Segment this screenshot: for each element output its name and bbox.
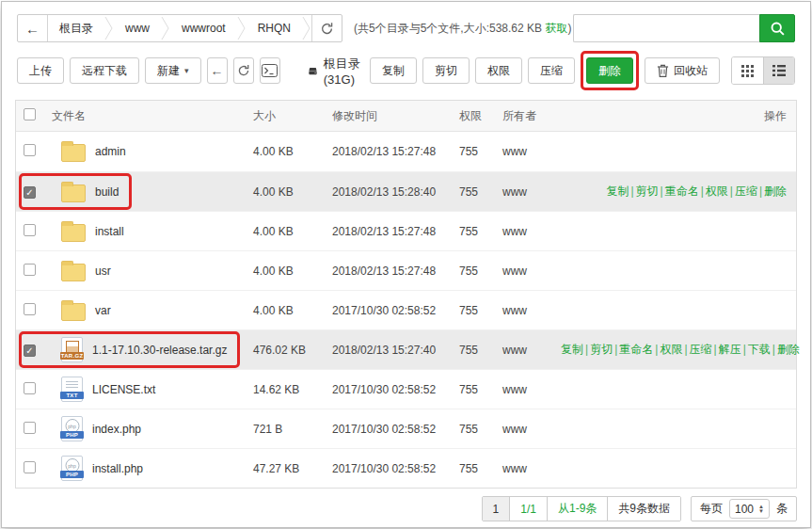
back-arrow-icon[interactable]: ← (18, 15, 48, 41)
row-checkbox[interactable] (24, 224, 36, 236)
file-owner: www (502, 185, 561, 199)
file-mtime: 2017/10/30 02:58:52 (332, 304, 459, 317)
file-name-link[interactable]: index.php (92, 423, 141, 436)
row-action-link[interactable]: 权限 (660, 343, 682, 356)
folder-icon (61, 184, 86, 202)
row-checkbox[interactable] (24, 461, 36, 473)
copy-button[interactable]: 复制 (370, 57, 417, 84)
row-action-link[interactable]: 权限 (706, 184, 728, 198)
back-button[interactable]: ← (207, 57, 228, 84)
chevron-right-icon (237, 16, 247, 40)
permissions-button[interactable]: 权限 (475, 57, 522, 84)
file-owner: www (502, 264, 561, 278)
file-name-link[interactable]: var (95, 304, 111, 317)
row-checkbox[interactable]: ✓ (24, 186, 36, 199)
file-mtime: 2017/10/30 02:58:52 (332, 423, 459, 436)
breadcrumb-rhqn[interactable]: RHQN (247, 22, 302, 35)
chevron-right-icon (104, 16, 114, 40)
file-name-link[interactable]: build (95, 185, 119, 199)
file-size: 4.00 KB (253, 304, 332, 317)
upload-button[interactable]: 上传 (17, 57, 64, 84)
row-action-link[interactable]: 解压 (719, 343, 741, 356)
row-action-link[interactable]: 压缩 (735, 184, 757, 198)
file-size: 47.27 KB (253, 462, 332, 475)
file-size: 4.00 KB (253, 185, 332, 199)
column-owner: 所有者 (502, 108, 561, 124)
page-range-indicator: 从1-9条 (547, 497, 607, 521)
terminal-button[interactable] (260, 57, 280, 84)
file-mtime: 2017/10/30 02:58:52 (332, 462, 459, 475)
row-checkbox[interactable]: ✓ (24, 345, 36, 357)
grid-view-button[interactable] (732, 57, 763, 84)
column-filename: 文件名 (50, 108, 253, 124)
row-action-link[interactable]: 压缩 (690, 343, 712, 356)
per-page-select[interactable]: 100 ▲▼ (729, 499, 770, 519)
trash-icon (657, 64, 669, 77)
directory-stats: (共5个目录与5个文件,大小:538.62 KB 获取) (354, 21, 571, 37)
pagination: 1 1/1 从1-9条 共9条数据 每页 100 ▲▼ 条 (2, 496, 797, 521)
file-name-link[interactable]: 1.1-17.10.30-release.tar.gz (92, 344, 227, 357)
file-perm: 755 (459, 344, 502, 357)
row-checkbox[interactable] (24, 303, 36, 315)
row-checkbox[interactable] (24, 422, 36, 434)
file-perm: 755 (459, 225, 502, 238)
file-name-link[interactable]: usr (95, 264, 111, 278)
row-action-link[interactable]: 复制 (561, 343, 583, 356)
chevron-right-icon (302, 16, 311, 40)
table-row: LICENSE.txt14.62 KB2017/10/30 02:58:5275… (16, 369, 796, 409)
targz-file-icon (61, 337, 83, 362)
search-box (573, 14, 795, 42)
column-size: 大小 (253, 108, 332, 124)
column-actions: 操作 (561, 108, 796, 124)
file-name-link[interactable]: install.php (92, 462, 143, 475)
cut-button[interactable]: 剪切 (422, 57, 470, 84)
view-toggle (731, 56, 795, 85)
row-action-link[interactable]: 剪切 (636, 184, 659, 198)
row-action-link[interactable]: 删除 (777, 343, 800, 356)
table-header: 文件名 大小 修改时间 权限 所有者 操作 (16, 101, 796, 132)
page-group: 1 1/1 从1-9条 共9条数据 (482, 496, 681, 521)
file-name-link[interactable]: admin (95, 145, 126, 158)
search-button[interactable] (759, 14, 795, 42)
row-action-link[interactable]: 删除 (764, 184, 787, 198)
row-action-link[interactable]: 复制 (606, 184, 629, 198)
delete-button[interactable]: 删除 (586, 57, 633, 84)
file-perm: 755 (459, 383, 502, 396)
list-view-button[interactable] (763, 57, 794, 84)
select-all-checkbox[interactable] (24, 108, 36, 120)
recycle-bin-button[interactable]: 回收站 (645, 57, 720, 84)
grid-view-icon (741, 65, 754, 77)
remote-download-button[interactable]: 远程下载 (70, 57, 139, 84)
breadcrumb-root[interactable]: 根目录 (48, 21, 104, 37)
folder-icon (61, 303, 86, 321)
row-action-link[interactable]: 剪切 (590, 343, 613, 356)
file-name-link[interactable]: install (95, 225, 124, 238)
file-size: 4.00 KB (253, 225, 332, 238)
file-owner: www (502, 383, 561, 396)
file-owner: www (502, 304, 561, 317)
breadcrumb-wwwroot[interactable]: wwwroot (170, 22, 237, 35)
file-name-link[interactable]: LICENSE.txt (92, 383, 155, 396)
php-file-icon (61, 416, 83, 441)
per-page-unit-label: 条 (776, 501, 788, 517)
column-perm: 权限 (459, 108, 502, 124)
page-number-button[interactable]: 1 (483, 497, 510, 521)
row-checkbox[interactable] (24, 382, 36, 394)
breadcrumb-www[interactable]: www (114, 22, 161, 35)
compress-button[interactable]: 压缩 (528, 57, 575, 84)
row-action-link[interactable]: 重命名 (665, 184, 699, 198)
breadcrumb: ← 根目录 www wwwroot RHQN (17, 14, 342, 42)
row-checkbox[interactable] (24, 144, 36, 156)
new-button[interactable]: 新建▾ (145, 57, 201, 84)
search-input[interactable] (573, 14, 759, 42)
row-action-link[interactable]: 下载 (748, 343, 771, 356)
path-refresh-icon[interactable] (311, 15, 342, 41)
total-count-indicator: 共9条数据 (607, 497, 680, 521)
refresh-button[interactable] (233, 57, 254, 84)
file-perm: 755 (459, 423, 502, 436)
table-row: ✓build4.00 KB2018/02/13 15:28:40755www复制… (16, 171, 796, 211)
file-owner: www (502, 145, 561, 158)
row-checkbox[interactable] (24, 264, 36, 276)
row-action-link[interactable]: 重命名 (619, 343, 653, 356)
fetch-size-link[interactable]: 获取 (545, 22, 567, 35)
